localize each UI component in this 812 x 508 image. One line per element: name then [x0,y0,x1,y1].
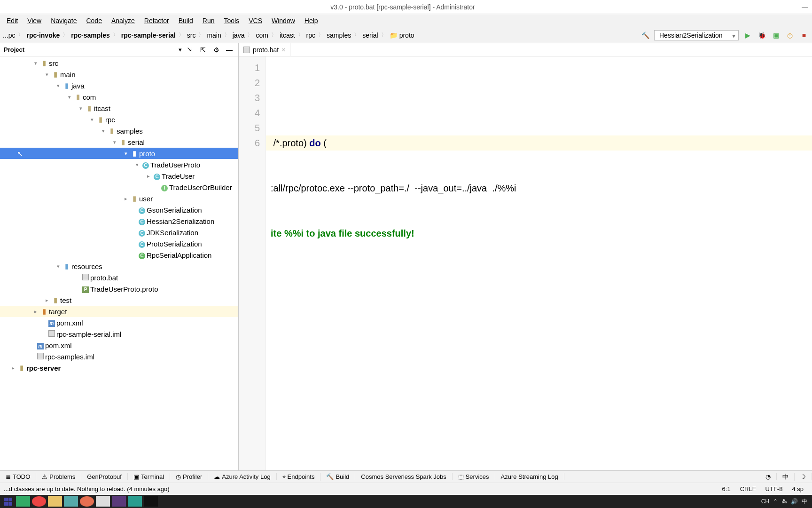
line-separator[interactable]: CRLF [735,485,761,492]
run-icon[interactable]: ▶ [742,30,753,40]
taskbar-photos[interactable] [64,496,78,507]
tree-com[interactable]: com [83,93,96,101]
close-tab-icon[interactable]: × [281,46,285,54]
tree-jdk[interactable]: JDKSerialization [147,229,198,237]
menu-refactor[interactable]: Refactor [140,16,174,25]
coverage-icon[interactable]: ▣ [771,30,781,40]
tree-test[interactable]: test [60,296,71,304]
tree-resources[interactable]: resources [71,262,102,270]
window-title: v3.0 - proto.bat [rpc-sample-serial] - A… [330,3,475,11]
tree-tradeuser[interactable]: TradeUser [162,172,195,180]
tree-iml2[interactable]: rpc-samples.iml [45,353,94,361]
indent-setting[interactable]: 4 sp [787,485,808,492]
tree-itcast[interactable]: itcast [94,104,110,112]
package-icon: ▮ [130,194,139,203]
tree-rpcapp[interactable]: RpcSerialApplication [147,251,211,259]
tree-iml1[interactable]: rpc-sample-serial.iml [56,330,121,338]
expand-all-icon[interactable]: ⇲ [185,45,195,55]
tree-tradeuserproto[interactable]: TradeUserProto [150,161,200,169]
tree-tradeuserorbuilder[interactable]: TradeUserOrBuilder [169,183,232,191]
tree-user[interactable]: user [139,195,153,203]
tab-genprotobuf[interactable]: GenProtobuf [81,473,128,480]
menu-view[interactable]: View [23,16,46,25]
caret-position[interactable]: 6:1 [718,485,735,492]
tab-problems[interactable]: ⚠Problems [36,473,81,480]
tree-hessian[interactable]: Hessian2Serialization [147,217,214,225]
volume-icon[interactable]: 🔊 [791,498,798,505]
tree-rpcserver[interactable]: rpc-server [26,364,61,372]
taskbar-explorer[interactable] [48,496,62,507]
tab-endpoints[interactable]: ⌖Endpoints [277,473,321,481]
menu-build[interactable]: Build [174,16,198,25]
tab-terminal[interactable]: ▣Terminal [128,473,170,480]
taskbar-firefox[interactable] [80,496,94,507]
tab-azure-activity[interactable]: ☁Azure Activity Log [208,473,276,480]
tree-pom2[interactable]: pom.xml [45,341,72,349]
code-content[interactable]: /*.proto) do ( :all/rpc/protoc.exe --pro… [266,56,812,470]
gear-icon[interactable]: ⚙ [211,45,221,55]
hide-icon[interactable]: — [224,45,234,55]
project-tool-window: Project ▾ ⇲ ⇱ ⚙ — ▾▮src ▾▮main ▾▮java ▾▮… [0,43,239,470]
tree-src[interactable]: src [49,59,58,67]
taskbar-notepad[interactable] [96,496,110,507]
minimize-button[interactable]: — [802,3,808,11]
menu-run[interactable]: Run [198,16,219,25]
folder-icon: 📁 [390,32,398,39]
interface-icon: I [161,185,168,191]
tree-target[interactable]: target [49,308,67,316]
profile-icon[interactable]: ◷ [785,30,795,40]
ime-switch[interactable]: 中 [777,473,795,481]
stop-icon[interactable]: ■ [799,30,809,40]
taskbar-app[interactable] [16,496,30,507]
menu-code[interactable]: Code [81,16,106,25]
menubar: Edit View Navigate Code Analyze Refactor… [0,14,812,27]
tree-proto[interactable]: proto [139,150,155,158]
tree-serial[interactable]: serial [128,138,145,146]
tree-main[interactable]: main [60,71,76,79]
network-icon[interactable]: 🖧 [781,498,787,505]
debug-icon[interactable]: 🐞 [757,30,767,40]
menu-analyze[interactable]: Analyze [107,16,140,25]
tab-proto-bat[interactable]: proto.bat × [239,43,290,56]
tray-chevron-icon[interactable]: ⌃ [773,498,778,505]
bottom-tool-tabs: ≣TODO ⚠Problems GenProtobuf ▣Terminal ◷P… [0,470,812,483]
module-folder-icon: ▮ [17,364,26,372]
hammer-build-icon[interactable]: 🔨 [640,30,650,40]
file-encoding[interactable]: UTF-8 [761,485,788,492]
tree-rpc[interactable]: rpc [105,116,115,124]
project-tree[interactable]: ▾▮src ▾▮main ▾▮java ▾▮com ▾▮itcast ▾▮rpc… [0,56,238,470]
taskbar-chrome[interactable] [32,496,46,507]
run-config-dropdown[interactable]: Hessian2Serialization [654,30,739,40]
menu-edit[interactable]: Edit [2,16,23,25]
ime-indicator[interactable]: CH [761,498,769,505]
tree-samples[interactable]: samples [117,127,143,135]
tab-todo[interactable]: ≣TODO [0,473,36,480]
tree-protobat[interactable]: proto.bat [90,274,118,282]
collapse-all-icon[interactable]: ⇱ [198,45,208,55]
tab-azure-streaming[interactable]: Azure Streaming Log [495,473,564,480]
taskbar-intellij[interactable] [112,496,126,507]
taskbar-cmd[interactable] [144,496,158,507]
start-button[interactable] [2,496,14,507]
tab-profiler[interactable]: ◷Profiler [170,473,208,480]
system-tray[interactable]: CH ⌃ 🖧 🔊 中 [761,498,810,506]
tray-pin[interactable]: 中 [802,498,807,506]
breadcrumb[interactable]: ...pc〉 rpc-invoke〉 rpc-samples〉 rpc-samp… [3,31,640,39]
menu-window[interactable]: Window [267,16,300,25]
menu-help[interactable]: Help [300,16,323,25]
event-log-icon[interactable]: ◔ [760,473,777,480]
theme-toggle-icon[interactable]: ☽ [795,473,812,480]
tree-java[interactable]: java [71,82,85,90]
tree-protofile[interactable]: TradeUserProto.proto [90,285,158,293]
tab-build[interactable]: 🔨Build [320,473,355,480]
tree-gson[interactable]: GsonSerialization [147,206,202,214]
tree-pom[interactable]: pom.xml [56,319,83,327]
menu-tools[interactable]: Tools [219,16,244,25]
menu-navigate[interactable]: Navigate [46,16,81,25]
menu-vcs[interactable]: VCS [244,16,267,25]
tab-services[interactable]: ⬚Services [453,473,495,480]
taskbar-app2[interactable] [128,496,142,507]
tree-protoser[interactable]: ProtoSerialization [147,240,202,248]
batch-file-icon [243,47,250,53]
tab-cosmos[interactable]: Cosmos Serverless Spark Jobs [355,473,452,480]
